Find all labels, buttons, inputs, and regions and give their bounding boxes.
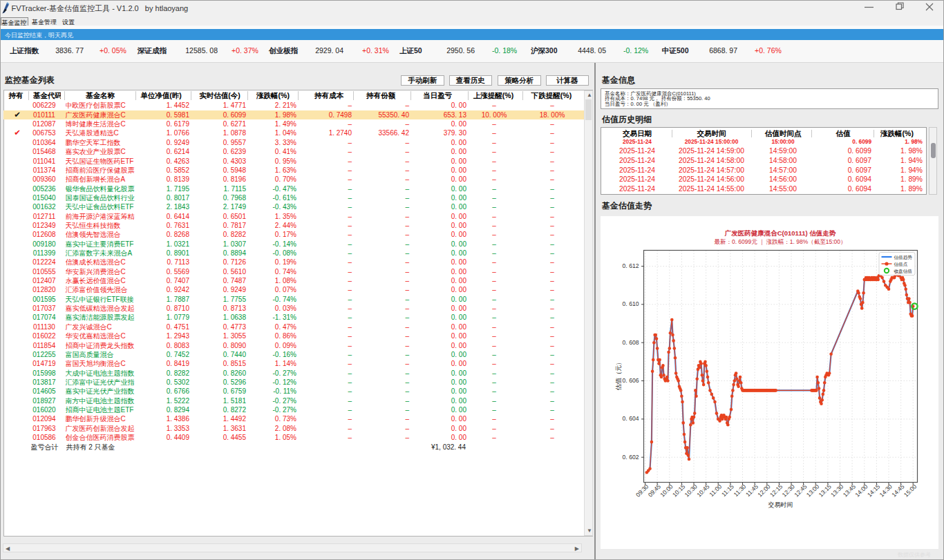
svg-text:14:00: 14:00 bbox=[853, 483, 869, 498]
svg-text:12:30: 12:30 bbox=[781, 483, 796, 498]
svg-text:收盘估值: 收盘估值 bbox=[894, 269, 913, 274]
svg-text:13:45: 13:45 bbox=[842, 483, 857, 498]
svg-text:10:00: 10:00 bbox=[659, 483, 674, 498]
svg-text:14:45: 14:45 bbox=[890, 483, 905, 498]
svg-text:0. 608: 0. 608 bbox=[623, 339, 639, 346]
svg-text:0. 612: 0. 612 bbox=[623, 262, 639, 269]
svg-text:10:15: 10:15 bbox=[671, 483, 686, 498]
svg-text:0. 602: 0. 602 bbox=[623, 454, 639, 461]
svg-text:14:30: 14:30 bbox=[878, 483, 894, 498]
svg-text:11:15: 11:15 bbox=[720, 483, 735, 498]
svg-text:09:45: 09:45 bbox=[647, 483, 662, 498]
svg-text:12:15: 12:15 bbox=[768, 483, 784, 498]
svg-text:13:30: 13:30 bbox=[829, 483, 844, 498]
svg-text:14:15: 14:15 bbox=[866, 483, 881, 498]
svg-text:11:00: 11:00 bbox=[708, 483, 723, 498]
svg-text:12:00: 12:00 bbox=[756, 483, 771, 498]
svg-text:估值点: 估值点 bbox=[894, 262, 908, 267]
svg-text:11:45: 11:45 bbox=[744, 483, 759, 498]
svg-text:13:15: 13:15 bbox=[818, 483, 833, 498]
svg-text:15:00: 15:00 bbox=[903, 483, 918, 498]
svg-text:10:30: 10:30 bbox=[683, 483, 699, 498]
svg-text:11:30: 11:30 bbox=[733, 483, 748, 498]
svg-text:13:00: 13:00 bbox=[805, 483, 820, 498]
svg-text:0. 610: 0. 610 bbox=[623, 300, 639, 307]
svg-text:12:45: 12:45 bbox=[793, 483, 808, 498]
svg-text:估值趋势: 估值趋势 bbox=[894, 255, 913, 260]
svg-text:10:45: 10:45 bbox=[695, 483, 710, 498]
svg-text:0. 606: 0. 606 bbox=[623, 377, 639, 384]
svg-text:09:30: 09:30 bbox=[634, 483, 650, 498]
svg-text:交易时间: 交易时间 bbox=[768, 501, 793, 508]
svg-text:最新：0. 6099元 ｜ 涨跌幅：1. 98%（截至15:: 最新：0. 6099元 ｜ 涨跌幅：1. 98%（截至15:00） bbox=[714, 238, 846, 246]
svg-text:估值（元）: 估值（元） bbox=[615, 359, 622, 391]
svg-text:广发医药健康混合C(010111) 估值走势: 广发医药健康混合C(010111) 估值走势 bbox=[724, 229, 836, 237]
svg-text:0. 604: 0. 604 bbox=[623, 415, 639, 422]
